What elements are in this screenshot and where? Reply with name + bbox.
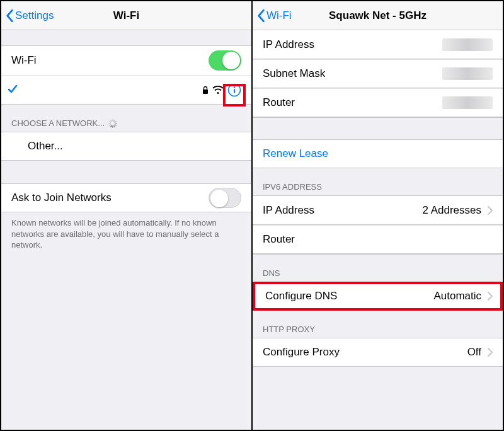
wifi-toggle-label: Wi-Fi <box>11 54 209 67</box>
chevron-left-icon <box>256 9 265 23</box>
svg-rect-0 <box>203 89 208 94</box>
renew-lease-row[interactable]: Renew Lease <box>253 139 503 168</box>
renew-lease-label: Renew Lease <box>263 147 328 160</box>
two-pane-container: Settings Wi-Fi Wi-Fi <box>0 0 504 431</box>
nav-bar: Wi-Fi Squawk Net - 5GHz <box>253 1 503 30</box>
proxy-header: HTTP PROXY <box>253 311 503 338</box>
wifi-toggle[interactable] <box>209 50 241 71</box>
chevron-left-icon <box>5 9 14 23</box>
wifi-main-group: Wi-Fi <box>1 45 251 105</box>
ipv6-ip-label: IP Address <box>263 204 422 217</box>
checkmark-icon <box>8 84 18 96</box>
subnet-value-redacted <box>442 67 493 80</box>
configure-proxy-value: Off <box>467 346 481 359</box>
ipv6-router-row: Router <box>253 225 503 254</box>
ask-footer-text: Known networks will be joined automatica… <box>1 212 251 251</box>
subnet-mask-row: Subnet Mask <box>253 59 503 88</box>
configure-dns-value: Automatic <box>433 290 481 302</box>
configure-dns-row[interactable]: Configure DNS Automatic <box>253 282 503 311</box>
nav-bar: Settings Wi-Fi <box>1 1 251 30</box>
ipv6-group: IP Address 2 Addresses Router <box>253 195 503 255</box>
page-title: Squawk Net - 5GHz <box>329 9 427 22</box>
page-title: Wi-Fi <box>113 9 139 22</box>
spinner-icon <box>108 119 117 128</box>
router-label: Router <box>263 96 442 109</box>
ip-address-value-redacted <box>442 38 493 51</box>
chevron-right-icon <box>488 206 493 215</box>
router-row: Router <box>253 88 503 117</box>
dns-header: DNS <box>253 255 503 282</box>
ipv6-header: IPV6 ADDRESS <box>253 168 503 195</box>
back-label: Settings <box>15 9 54 22</box>
router-value-redacted <box>442 96 493 109</box>
ipv6-ip-value: 2 Addresses <box>422 204 481 217</box>
wifi-signal-icon <box>212 86 224 95</box>
choose-network-header: CHOOSE A NETWORK... <box>1 105 251 132</box>
subnet-label: Subnet Mask <box>263 67 442 80</box>
network-status-icons <box>202 83 241 97</box>
ipv6-ip-row[interactable]: IP Address 2 Addresses <box>253 196 503 225</box>
ask-to-join-toggle[interactable] <box>209 188 241 208</box>
back-button[interactable]: Settings <box>5 9 54 23</box>
svg-point-3 <box>234 86 236 88</box>
wifi-toggle-row: Wi-Fi <box>1 46 251 75</box>
connected-network-row[interactable] <box>1 75 251 104</box>
lock-icon <box>202 86 209 95</box>
ip-address-label: IP Address <box>263 38 442 51</box>
ipv6-router-label: Router <box>263 233 493 246</box>
ask-to-join-row: Ask to Join Networks <box>1 183 251 212</box>
svg-rect-4 <box>234 89 235 93</box>
chevron-right-icon <box>488 292 493 301</box>
info-icon[interactable] <box>227 83 241 97</box>
other-network-row[interactable]: Other... <box>1 132 251 161</box>
other-label: Other... <box>28 140 241 152</box>
chevron-right-icon <box>488 348 493 357</box>
configure-proxy-label: Configure Proxy <box>263 346 467 359</box>
configure-dns-label: Configure DNS <box>265 290 433 302</box>
back-button[interactable]: Wi-Fi <box>256 9 292 23</box>
ipv4-group: IP Address Subnet Mask Router <box>253 30 503 118</box>
back-label: Wi-Fi <box>266 9 292 22</box>
ip-address-row: IP Address <box>253 30 503 59</box>
network-detail-pane: Wi-Fi Squawk Net - 5GHz IP Address Subne… <box>253 1 503 430</box>
configure-proxy-row[interactable]: Configure Proxy Off <box>253 338 503 367</box>
wifi-settings-pane: Settings Wi-Fi Wi-Fi <box>1 1 253 430</box>
ask-label: Ask to Join Networks <box>11 192 209 204</box>
svg-point-1 <box>217 91 219 93</box>
